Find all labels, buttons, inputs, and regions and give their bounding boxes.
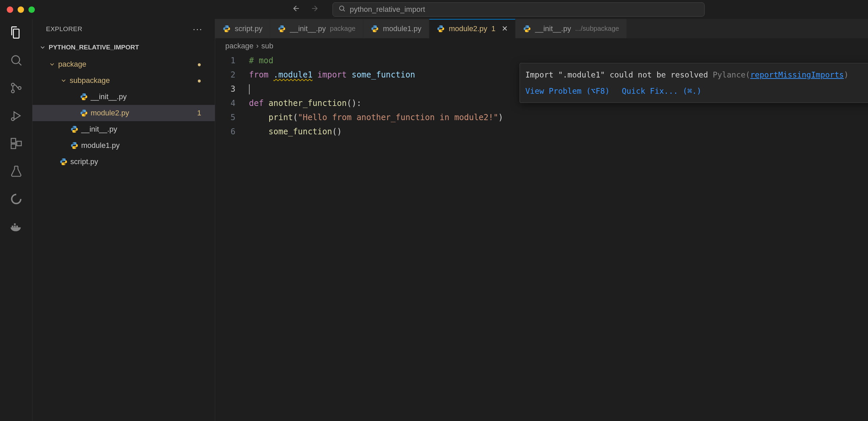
close-tab-button[interactable]: ✕	[502, 24, 508, 33]
code-identifier: some_function	[351, 70, 415, 80]
tab-module2[interactable]: module2.py 1 ✕	[429, 19, 516, 38]
folder-label: subpackage	[70, 76, 110, 85]
tab-label: module1.py	[383, 24, 421, 33]
breadcrumb-item[interactable]: sub	[261, 42, 273, 50]
tab-label: module2.py	[449, 24, 487, 33]
testing-icon[interactable]	[9, 164, 24, 179]
folder-label: package	[58, 60, 86, 69]
sidebar: EXPLORER ··· PYTHON_RELATIVE_IMPORT pack…	[32, 19, 215, 421]
python-file-icon	[437, 25, 445, 33]
file-label: __init__.py	[81, 125, 117, 134]
search-activity-icon[interactable]	[9, 53, 24, 68]
close-window-button[interactable]	[7, 6, 13, 13]
file-init-package[interactable]: __init__.py	[32, 121, 215, 137]
tab-badge: 1	[491, 24, 495, 33]
tab-module1[interactable]: module1.py	[363, 19, 429, 38]
svg-point-0	[340, 6, 344, 10]
quick-fix-link[interactable]: Quick Fix... (⌘.)	[622, 84, 701, 98]
svg-point-3	[11, 90, 14, 93]
svg-rect-11	[16, 226, 18, 227]
explorer-icon[interactable]	[9, 25, 24, 40]
minimize-window-button[interactable]	[18, 6, 24, 13]
python-file-icon	[80, 109, 88, 117]
text-cursor	[249, 84, 250, 94]
extensions-icon[interactable]	[9, 136, 24, 151]
tab-init-package[interactable]: __init__.py package	[270, 19, 363, 38]
editor-area: script.py __init__.py package module1.py…	[215, 19, 868, 421]
python-file-icon	[523, 25, 531, 33]
debug-icon[interactable]	[9, 108, 24, 123]
chevron-down-icon	[60, 77, 67, 84]
file-script[interactable]: script.py	[32, 154, 215, 170]
svg-rect-7	[11, 144, 16, 149]
code-builtin: print	[269, 113, 293, 122]
tab-path-suffix: .../subpackage	[575, 25, 619, 32]
python-file-icon	[70, 125, 78, 133]
diagnostic-source: Pylance(reportMissingImports)	[713, 70, 849, 79]
tab-init-subpackage[interactable]: __init__.py .../subpackage	[516, 19, 627, 38]
line-number: 5	[215, 110, 235, 125]
tab-script[interactable]: script.py	[215, 19, 270, 38]
window-controls	[7, 6, 35, 13]
activity-bar	[0, 19, 32, 421]
python-file-icon	[70, 141, 78, 150]
file-label: module2.py	[91, 109, 129, 117]
line-number: 3	[215, 82, 235, 96]
svg-rect-10	[14, 226, 16, 227]
breadcrumb-item[interactable]: package	[225, 42, 253, 50]
file-module2[interactable]: module2.py 1	[32, 105, 215, 121]
tab-path-suffix: package	[330, 25, 356, 32]
diagnostic-hover: Import ".module1" could not be resolved …	[520, 63, 868, 103]
nav-back-button[interactable]	[292, 4, 301, 15]
diagnostic-code-link[interactable]: reportMissingImports	[750, 70, 844, 79]
tab-label: __init__.py	[290, 24, 326, 33]
sidebar-more-button[interactable]: ···	[193, 27, 203, 31]
maximize-window-button[interactable]	[28, 6, 35, 13]
view-problem-link[interactable]: View Problem (⌥F8)	[525, 84, 610, 98]
nav-forward-button[interactable]	[310, 4, 319, 15]
modified-dot-icon: ●	[197, 61, 201, 68]
file-init-subpackage[interactable]: __init__.py	[32, 89, 215, 105]
python-file-icon	[80, 93, 88, 101]
sidebar-title: EXPLORER	[46, 25, 82, 33]
modified-dot-icon: ●	[197, 77, 201, 85]
tab-label: __init__.py	[535, 24, 571, 33]
line-number: 4	[215, 96, 235, 110]
breadcrumb[interactable]: package › sub	[215, 39, 868, 53]
code-keyword: from	[249, 70, 269, 80]
search-text: python_relative_import	[350, 5, 425, 14]
code-content[interactable]: # mod from .module1 import some_function…	[249, 53, 868, 421]
python-file-icon	[278, 25, 286, 33]
chevron-down-icon	[49, 61, 55, 68]
source-control-icon[interactable]	[9, 81, 24, 95]
code-module-warning: .module1	[273, 70, 313, 80]
svg-rect-8	[17, 141, 21, 146]
command-center-search[interactable]: python_relative_import	[333, 2, 705, 17]
folder-package[interactable]: package ●	[32, 56, 215, 72]
line-number: 1	[215, 53, 235, 68]
project-name: PYTHON_RELATIVE_IMPORT	[49, 44, 139, 51]
line-number: 6	[215, 125, 235, 139]
code-call: some_function	[269, 127, 332, 136]
file-tree: package ● subpackage ● __init__.py modul…	[32, 56, 215, 170]
diagnostic-message: Import ".module1" could not be resolved	[525, 70, 708, 79]
svg-rect-9	[12, 226, 13, 227]
problems-count-badge: 1	[197, 109, 201, 117]
project-header[interactable]: PYTHON_RELATIVE_IMPORT	[32, 39, 215, 56]
svg-point-1	[12, 56, 19, 64]
folder-subpackage[interactable]: subpackage ●	[32, 72, 215, 89]
docker-icon[interactable]	[9, 219, 24, 234]
svg-rect-6	[11, 138, 16, 143]
code-editor[interactable]: 1 2 3 4 5 6 # mod from .module1 import s…	[215, 53, 868, 421]
editor-tabs: script.py __init__.py package module1.py…	[215, 19, 868, 39]
file-label: module1.py	[81, 141, 120, 150]
ci-icon[interactable]	[9, 192, 24, 206]
svg-rect-12	[14, 223, 16, 225]
code-comment: # mod	[249, 56, 273, 65]
tab-label: script.py	[235, 24, 262, 33]
sidebar-header: EXPLORER ···	[32, 19, 215, 39]
file-module1[interactable]: module1.py	[32, 137, 215, 154]
chevron-right-icon: ›	[256, 42, 258, 50]
python-file-icon	[60, 158, 68, 166]
nav-arrows	[292, 4, 319, 15]
